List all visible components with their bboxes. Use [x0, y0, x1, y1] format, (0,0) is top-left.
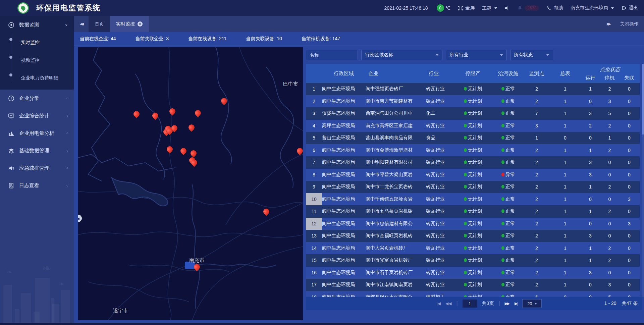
theme-dropdown[interactable]: 主题	[482, 5, 497, 11]
region-select[interactable]: 行政区域名称	[361, 50, 442, 60]
last-page-button[interactable]: ▶|	[515, 301, 518, 306]
industry-cell: 砖瓦行业	[426, 86, 453, 92]
sidebar-item-enterprise-abnormal[interactable]: 企业异常 ‹	[0, 90, 74, 107]
org-dropdown[interactable]: 南充市生态环境局	[571, 5, 614, 11]
table-row[interactable]: 11 阆中生态环境局 阆中市五马桥页岩机砖 砖瓦行业 无计划 正常 2 1 1 …	[306, 205, 640, 218]
status-dot	[464, 148, 467, 152]
table-scrollbar[interactable]	[642, 64, 644, 297]
sidebar-item-emergency-reduction[interactable]: 应急减排管理 ‹	[0, 159, 74, 177]
region-cell: 阆中生态环境局	[322, 159, 366, 165]
sidebar-item-data-monitoring[interactable]: 数据监测 ∨	[0, 16, 74, 34]
row-number-cell: 3	[306, 107, 322, 120]
table-row[interactable]: 4 高坪生态环境局 南充市高坪区王家店建 砖瓦行业 无计划 正常 3 1 2 2…	[306, 120, 640, 132]
map-pin[interactable]	[191, 159, 198, 168]
table-row[interactable]: 13 阆中生态环境局 阆中市金福旺页岩机砖 砖瓦行业 无计划 正常 2 1 3 …	[306, 230, 640, 242]
name-search-input[interactable]	[306, 50, 358, 60]
page-size-select[interactable]: 20	[522, 299, 542, 308]
scrollbar-thumb[interactable]	[642, 64, 644, 134]
map-pin[interactable]	[169, 108, 176, 117]
map-pin[interactable]	[166, 146, 173, 155]
map-pin[interactable]	[171, 125, 178, 133]
map-city-label: 遂宁市	[113, 308, 128, 314]
row-number-cell: 18	[306, 291, 322, 297]
fullscreen-button[interactable]: 全屏	[458, 5, 475, 11]
sidebar-item-power-analysis[interactable]: 企业用电量分析 ‹	[0, 124, 74, 142]
sidebar-item-basic-data[interactable]: 基础数据管理 ‹	[0, 142, 74, 159]
theme-label: 主题	[482, 5, 491, 11]
table-row[interactable]: 1 阆中生态环境局 阆中强锐页岩砖厂 砖瓦行业 无计划 正常 2 1 1 2 0	[306, 83, 640, 95]
tab-scroll-left-button[interactable]: ◀◀	[74, 16, 89, 32]
table-row[interactable]: 9 阆中生态环境局 阆中市二龙长宝页岩砖 砖瓦行业 无计划 正常 2 1 1 2…	[306, 181, 640, 193]
next-page-button[interactable]: ▶▶	[505, 301, 510, 306]
map-panel[interactable]: ◀ 巴中市 南充市 遂宁市	[78, 47, 303, 320]
status-dot	[464, 99, 467, 103]
industry-select[interactable]: 所有行业	[446, 50, 507, 60]
prev-page-button[interactable]: ◀◀	[445, 301, 451, 306]
map-pin[interactable]	[195, 110, 201, 118]
tab-scroll-right-button[interactable]: ▶▶	[607, 22, 611, 26]
tab-home[interactable]: 首页	[89, 16, 110, 32]
map-pin[interactable]	[263, 208, 270, 217]
monitor-points-cell: 3	[523, 123, 550, 128]
first-page-button[interactable]: |◀	[437, 301, 441, 306]
lost-count-cell: 0	[619, 209, 640, 214]
map-pin[interactable]	[180, 148, 187, 156]
logout-icon	[621, 5, 627, 11]
monitor-stats-icon	[8, 113, 14, 119]
table-row[interactable]: 6 阆中生态环境局 阆中市金博瑞新型墙材 砖瓦行业 无计划 正常 2 1 1 2…	[306, 144, 640, 157]
map-pin[interactable]	[221, 98, 227, 106]
meter-cell: 1	[550, 282, 580, 287]
page-number-input[interactable]	[463, 300, 477, 308]
map-canvas	[78, 47, 303, 320]
divider: |	[456, 301, 458, 307]
table-row[interactable]: 2 阆中生态环境局 阆中市南方节能建材有 砖瓦行业 无计划 正常 2 1 0 3…	[306, 95, 640, 108]
sidebar-item-label: 应急减排管理	[19, 165, 66, 171]
sidebar-submenu-item[interactable]: 实时监控	[0, 34, 74, 51]
table-row[interactable]: 17 阆中生态环境局 阆中市江南镇阆南页岩 砖瓦行业 无计划 正常 2 1 0 …	[306, 279, 640, 291]
chevron-down-icon	[534, 303, 537, 305]
map-pin[interactable]	[297, 148, 303, 156]
company-cell: 阆中千佛镇五郎垭页岩	[366, 196, 426, 202]
map-pin[interactable]	[194, 264, 200, 272]
limit-status-cell: 无计划	[453, 147, 493, 153]
col-stop: 停机	[600, 75, 619, 81]
table-row[interactable]: 18 南部生态环境局 南部县砜化水泥有限公 建材加工 无计划 正常 6 0 0 …	[306, 291, 640, 297]
table-row[interactable]: 12 阆中生态环境局 阆中市忠信建材有限公 砖瓦行业 无计划 正常 2 1 0 …	[306, 218, 640, 230]
table-row[interactable]: 15 阆中生态环境局 阆中市光富页岩机砖厂 砖瓦行业 无计划 正常 2 1 1 …	[306, 254, 640, 267]
industry-cell: 砖瓦行业	[426, 147, 453, 153]
table-row[interactable]: 10 阆中生态环境局 阆中千佛镇五郎垭页岩 砖瓦行业 无计划 正常 2 1 0 …	[306, 193, 640, 206]
tab-close-icon[interactable]: ✕	[138, 21, 143, 26]
mute-button[interactable]	[504, 5, 510, 11]
tab-realtime-monitoring[interactable]: 实时监控 ✕	[110, 16, 149, 32]
table-row[interactable]: 5 营山生态环境局 营山县润丰肉食品有限 食品 无计划 正常 1 0 0 1 0	[306, 132, 640, 144]
sidebar-group-data-monitoring: 数据监测 ∨ 实时监控 视频监控 企业电力负荷明细	[0, 16, 74, 90]
close-operations-button[interactable]: 关闭操作	[620, 21, 639, 27]
logout-button[interactable]: 退出	[621, 5, 638, 11]
status-dot	[501, 271, 504, 274]
sidebar-item-log-view[interactable]: 日志查看 ‹	[0, 177, 74, 194]
table-row[interactable]: 14 阆中生态环境局 阆中大兴页岩机砖厂 砖瓦行业 无计划 正常 2 1 1 2…	[306, 242, 640, 255]
stat-stopped-devices: 当前停机设备:147	[302, 36, 340, 42]
limit-status-cell: 无计划	[453, 98, 493, 104]
lost-count-cell: 3	[619, 221, 640, 226]
industry-cell: 砖瓦行业	[426, 184, 453, 190]
monitor-points-cell: 2	[523, 148, 550, 153]
page: 环保用电监管系统 2021-02-25 17:46:18 0 ℃ 全屏 主题	[0, 0, 644, 325]
sidebar-submenu-item[interactable]: 企业电力负荷明细	[0, 69, 74, 87]
table-row[interactable]: 3 仪陇生态环境局 西南油气田分公司川中 化工 无计划 正常 7 1 3 5 0	[306, 107, 640, 120]
notifications[interactable]: 2632	[517, 5, 539, 11]
sidebar-submenu-item[interactable]: 视频监控	[0, 51, 74, 69]
status-select[interactable]: 所有状态	[510, 50, 553, 60]
map-pin[interactable]	[152, 112, 159, 121]
map-pin[interactable]	[188, 124, 195, 133]
sidebar-item-enterprise-statistics[interactable]: 企业综合统计 ‹	[0, 107, 74, 124]
table-row[interactable]: 16 阆中生态环境局 阆中市石子页岩机砖厂 砖瓦行业 无计划 正常 2 1 3 …	[306, 267, 640, 279]
status-dot	[464, 111, 467, 115]
chevron-down-icon	[435, 54, 439, 56]
status-dot	[501, 222, 504, 225]
help-button[interactable]: 帮助	[546, 5, 563, 11]
map-pin[interactable]	[133, 111, 140, 119]
table-row[interactable]: 8 阆中生态环境局 阆中市枣碧大梁山页岩 砖瓦行业 无计划 异常 2 1 3 0…	[306, 169, 640, 181]
lost-count-cell: 0	[619, 135, 640, 141]
table-row[interactable]: 7 阆中生态环境局 阆中明阳建材有限公司 砖瓦行业 无计划 正常 2 1 3 0…	[306, 156, 640, 169]
